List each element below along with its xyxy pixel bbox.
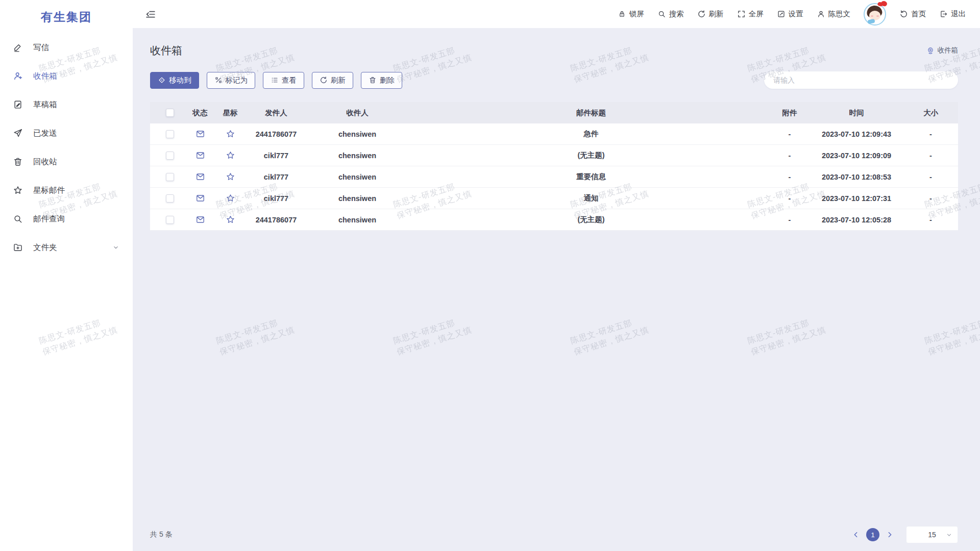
table-row[interactable]: 2441786077 chensiwen 急件 - 2023-07-10 12:…	[150, 123, 958, 145]
star-icon[interactable]	[226, 129, 235, 139]
sender-cell: 2441786077	[250, 130, 302, 138]
sidebar-item-trash[interactable]: 回收站	[0, 147, 133, 176]
username-label: 陈思文	[828, 9, 851, 19]
table-row[interactable]: cikl777 chensiwen 重要信息 - 2023-07-10 12:0…	[150, 166, 958, 188]
time-cell: 2023-07-10 12:07:31	[810, 194, 903, 203]
attachment-cell: -	[770, 130, 810, 138]
time-cell: 2023-07-10 12:05:28	[810, 216, 903, 224]
row-checkbox[interactable]	[166, 173, 174, 181]
lock-screen-button[interactable]: 锁屏	[618, 9, 644, 19]
table-row[interactable]: 2441786077 chensiwen (无主题) - 2023-07-10 …	[150, 209, 958, 231]
subject-cell[interactable]: 重要信息	[412, 172, 770, 182]
column-sender: 发件人	[250, 108, 302, 118]
search-input[interactable]	[764, 71, 958, 89]
user-menu[interactable]: 陈思文	[817, 9, 851, 19]
envelope-icon	[195, 151, 205, 160]
table-row[interactable]: cikl777 chensiwen 通知 - 2023-07-10 12:07:…	[150, 188, 958, 209]
column-recipient: 收件人	[302, 108, 412, 118]
row-checkbox[interactable]	[166, 130, 174, 138]
envelope-icon	[195, 215, 205, 224]
avatar[interactable]	[864, 3, 886, 26]
chevron-down-icon	[946, 532, 952, 538]
attachment-cell: -	[770, 173, 810, 181]
recipient-cell: chensiwen	[302, 130, 412, 138]
sender-cell: cikl777	[250, 173, 302, 181]
refresh-list-button[interactable]: 刷新	[312, 72, 353, 89]
collapse-sidebar-icon[interactable]	[145, 9, 156, 20]
sidebar-item-starred[interactable]: 星标邮件	[0, 176, 133, 205]
mark-as-button[interactable]: 标记为	[207, 72, 256, 89]
prev-page-icon[interactable]	[852, 531, 860, 539]
sidebar-item-label: 回收站	[33, 157, 57, 167]
delete-button[interactable]: 删除	[361, 72, 402, 89]
mark-as-label: 标记为	[226, 76, 248, 85]
search-label: 搜索	[669, 9, 684, 19]
refresh-icon	[320, 76, 328, 84]
sender-cell: cikl777	[250, 194, 302, 203]
subject-cell[interactable]: (无主题)	[412, 215, 770, 224]
refresh-label: 刷新	[709, 9, 724, 19]
row-checkbox[interactable]	[166, 152, 174, 160]
attachment-cell: -	[770, 194, 810, 203]
row-checkbox[interactable]	[166, 194, 174, 203]
star-icon[interactable]	[226, 215, 235, 224]
paper-plane-icon	[13, 128, 23, 138]
table-row[interactable]: cikl777 chensiwen (无主题) - 2023-07-10 12:…	[150, 145, 958, 166]
sidebar-item-mail-search[interactable]: 邮件查询	[0, 205, 133, 233]
star-icon[interactable]	[226, 151, 235, 160]
recipient-cell: chensiwen	[302, 173, 412, 181]
sidebar-item-label: 已发送	[33, 128, 57, 139]
breadcrumb: 收件箱	[926, 46, 959, 55]
subject-cell[interactable]: (无主题)	[412, 151, 770, 160]
time-cell: 2023-07-10 12:09:43	[810, 130, 903, 138]
sidebar-item-compose[interactable]: 写信	[0, 33, 133, 62]
sidebar-item-label: 写信	[33, 42, 49, 53]
page-size-select[interactable]: 15	[906, 526, 958, 543]
sidebar-item-inbox[interactable]: 收件箱	[0, 62, 133, 90]
move-to-button[interactable]: 移动到	[150, 72, 199, 89]
time-cell: 2023-07-10 12:09:09	[810, 152, 903, 160]
home-button[interactable]: 首页	[899, 9, 926, 19]
sidebar-item-drafts[interactable]: 草稿箱	[0, 90, 133, 119]
settings-button[interactable]: 设置	[777, 9, 803, 19]
subject-cell[interactable]: 通知	[412, 193, 770, 203]
star-icon[interactable]	[226, 172, 235, 182]
sidebar-item-label: 邮件查询	[33, 214, 65, 224]
size-cell: -	[903, 152, 958, 160]
refresh-button[interactable]: 刷新	[697, 9, 724, 19]
topbar: 锁屏 搜索 刷新 全屏 设置 陈思文	[133, 0, 980, 28]
search-icon	[13, 214, 23, 224]
page-title: 收件箱	[150, 43, 182, 58]
select-all-checkbox[interactable]	[166, 109, 174, 117]
avatar-bow	[880, 0, 888, 7]
chevron-down-icon[interactable]	[112, 244, 119, 251]
pencil-icon	[13, 42, 23, 53]
column-time: 时间	[810, 108, 903, 118]
current-page-button[interactable]: 1	[866, 528, 879, 541]
sidebar-item-sent[interactable]: 已发送	[0, 119, 133, 147]
row-checkbox[interactable]	[166, 216, 174, 224]
trash-icon	[13, 157, 23, 167]
sidebar-nav: 写信 收件箱 草稿箱 已发送 回收站 星标邮件 邮件查询 文件夹	[0, 33, 133, 262]
refresh-list-label: 刷新	[331, 76, 346, 85]
subject-cell[interactable]: 急件	[412, 129, 770, 139]
breadcrumb-label: 收件箱	[938, 46, 959, 55]
avatar-blush	[871, 15, 873, 17]
table-header-row: 状态 星标 发件人 收件人 邮件标题 附件 时间 大小	[150, 102, 958, 123]
logout-button[interactable]: 退出	[939, 9, 966, 19]
recipient-cell: chensiwen	[302, 194, 412, 203]
sender-cell: 2441786077	[250, 216, 302, 224]
total-count: 共 5 条	[150, 530, 173, 539]
sidebar: 有生集团 写信 收件箱 草稿箱 已发送 回收站 星标邮件 邮件查询	[0, 0, 133, 551]
fullscreen-icon	[737, 10, 746, 18]
sidebar-item-folders[interactable]: 文件夹	[0, 233, 133, 262]
star-icon[interactable]	[226, 193, 235, 203]
global-search-button[interactable]: 搜索	[657, 9, 684, 19]
star-icon	[13, 185, 23, 195]
next-page-icon[interactable]	[886, 531, 894, 539]
logout-label: 退出	[951, 9, 966, 19]
view-button[interactable]: 查看	[263, 72, 304, 89]
delete-label: 删除	[380, 76, 395, 85]
fullscreen-button[interactable]: 全屏	[737, 9, 764, 19]
main-content: 收件箱 收件箱 移动到 标记为 查看 刷新 删除	[133, 28, 980, 551]
